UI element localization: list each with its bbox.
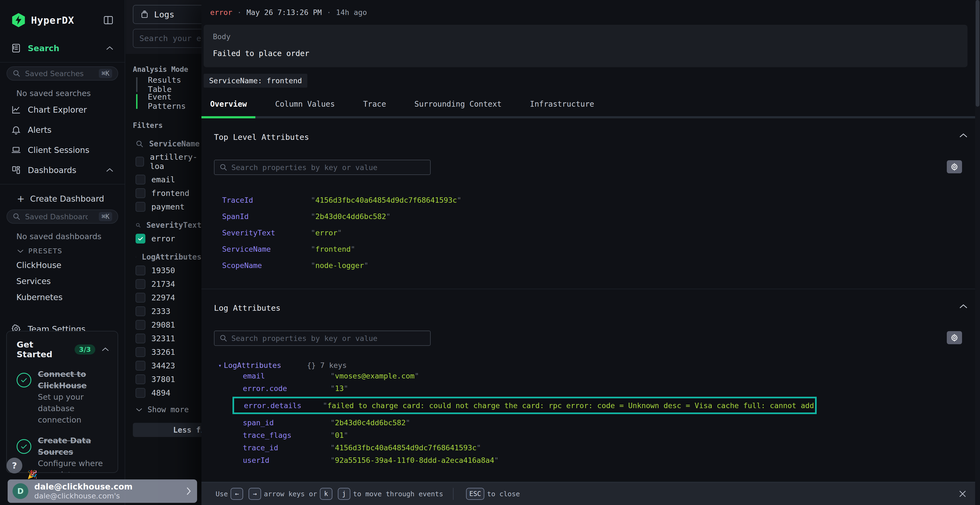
attribute-row[interactable]: ScopeNamenode-logger — [214, 257, 967, 273]
source-selector-button[interactable]: Logs — [133, 5, 202, 24]
service-name-chip[interactable]: ServiceName: frontend — [204, 74, 307, 87]
checkbox-unchecked[interactable] — [135, 175, 145, 184]
checkbox-unchecked[interactable] — [135, 279, 145, 289]
attribute-row[interactable]: emailvmoses@example.com — [214, 370, 967, 382]
tab-column-values[interactable]: Column Values — [275, 100, 335, 116]
property-search-box[interactable] — [214, 330, 431, 346]
filter-group-logattributes[interactable]: LogAttributes — [126, 245, 202, 264]
user-subtitle: dale@clickhouse.com's — [34, 492, 132, 500]
attribute-key: span_id — [243, 418, 331, 427]
filter-option[interactable]: 33261 — [126, 345, 202, 359]
close-panel-icon[interactable] — [958, 489, 967, 499]
attribute-row[interactable]: SeverityTexterror — [214, 224, 967, 241]
detail-tabs: Overview Column Values Trace Surrounding… — [202, 87, 980, 116]
checkbox-unchecked[interactable] — [135, 188, 145, 198]
attribute-row[interactable]: trace_id4156d3fbc40a64854d9dc7f68641593c — [214, 441, 967, 454]
avatar: D — [13, 483, 28, 499]
checkbox-checked[interactable] — [135, 234, 145, 243]
filter-group-servicename[interactable]: ServiceName — [126, 132, 202, 151]
filter-group-severitytext[interactable]: SeverityText — [126, 214, 202, 232]
filter-option[interactable]: payment — [126, 200, 202, 214]
sidebar-item-client-sessions[interactable]: Client Sessions — [0, 140, 125, 160]
filter-option[interactable]: 2333 — [126, 305, 202, 318]
show-more-button[interactable]: Show more — [126, 400, 202, 416]
preset-clickhouse[interactable]: ClickHouse — [0, 257, 125, 273]
collapse-sidebar-icon[interactable] — [103, 15, 114, 25]
sidebar-item-search[interactable]: Search — [0, 38, 125, 58]
checkbox-unchecked[interactable] — [135, 157, 144, 167]
filter-option[interactable]: 37801 — [126, 373, 202, 386]
saved-dashboards-input[interactable] — [25, 213, 88, 221]
attribute-row[interactable]: span_id2b43d0c4dd6bc582 — [214, 416, 967, 429]
mode-event-patterns[interactable]: Event Patterns — [126, 93, 202, 110]
checkbox-unchecked[interactable] — [135, 388, 145, 398]
tab-surrounding-context[interactable]: Surrounding Context — [414, 100, 501, 116]
collapse-section-icon[interactable] — [959, 303, 968, 310]
chevron-up-icon[interactable] — [106, 167, 114, 173]
create-dashboard-button[interactable]: + Create Dashboard — [0, 188, 125, 207]
hyperdx-logo-icon — [11, 13, 25, 27]
filter-option[interactable]: 19350 — [126, 264, 202, 277]
filter-option[interactable]: 32311 — [126, 332, 202, 345]
attribute-row[interactable]: userId92a55156-39a4-11f0-8ddd-a2eca416a8… — [214, 454, 967, 466]
checkbox-unchecked[interactable] — [135, 347, 145, 357]
scrollbar-thumb[interactable] — [976, 0, 980, 106]
logattributes-tree-root[interactable]: ▾ LogAttributes {} 7 keys — [214, 361, 967, 370]
checkbox-unchecked[interactable] — [135, 306, 145, 316]
get-started-step-sources[interactable]: Create Data Sources Configure where your… — [17, 435, 110, 473]
checkbox-unchecked[interactable] — [135, 333, 145, 343]
sidebar-item-chart-explorer[interactable]: Chart Explorer — [0, 100, 125, 120]
property-search-input[interactable] — [231, 334, 417, 343]
checkbox-unchecked[interactable] — [135, 375, 145, 384]
filter-option-error[interactable]: error — [126, 232, 202, 245]
event-search-input[interactable] — [139, 34, 202, 43]
get-started-step-connect[interactable]: Connect to ClickHouse Set up your databa… — [17, 368, 110, 426]
event-search-box[interactable] — [133, 29, 202, 48]
presets-toggle[interactable]: PRESETS — [0, 243, 125, 257]
scrollbar[interactable] — [975, 0, 980, 505]
preset-kubernetes[interactable]: Kubernetes — [0, 289, 125, 305]
check-circle-icon — [17, 439, 31, 454]
sidebar-item-alerts[interactable]: Alerts — [0, 120, 125, 140]
attribute-row[interactable]: trace_flags01 — [214, 429, 967, 441]
tab-infrastructure[interactable]: Infrastructure — [530, 100, 594, 116]
filter-option[interactable]: frontend — [126, 186, 202, 200]
chevron-up-icon[interactable] — [101, 347, 110, 352]
chevron-up-icon[interactable] — [106, 45, 114, 51]
checkbox-unchecked[interactable] — [135, 320, 145, 330]
checkbox-unchecked[interactable] — [135, 265, 145, 275]
checkbox-unchecked[interactable] — [135, 202, 145, 212]
attributes-settings-button[interactable] — [947, 331, 962, 344]
filter-option[interactable]: 34423 — [126, 359, 202, 373]
attribute-row[interactable]: TraceId4156d3fbc40a64854d9dc7f68641593c — [214, 192, 967, 208]
attribute-row-highlighted-error-details[interactable]: error.details failed to charge card: cou… — [232, 397, 817, 414]
section-top-level-attributes: Top Level Attributes TraceId4156d3fbc40a… — [202, 118, 980, 289]
attribute-row[interactable]: ServiceNamefrontend — [214, 241, 967, 257]
less-filters-button[interactable]: Less fil — [133, 423, 202, 437]
attributes-settings-button[interactable] — [947, 160, 962, 173]
mode-results-table[interactable]: Results Table — [126, 76, 202, 93]
saved-dashboards-search[interactable]: ⌘K — [6, 210, 118, 224]
saved-searches-input[interactable] — [25, 69, 88, 78]
checkbox-unchecked[interactable] — [135, 293, 145, 303]
preset-services[interactable]: Services — [0, 273, 125, 289]
property-search-input[interactable] — [231, 163, 417, 172]
filter-option[interactable]: artillery-loa — [126, 151, 202, 173]
filter-option[interactable]: email — [126, 173, 202, 186]
sidebar-item-dashboards[interactable]: Dashboards — [0, 160, 125, 180]
filter-option-label: 19350 — [151, 266, 175, 275]
tab-trace[interactable]: Trace — [363, 100, 386, 116]
collapse-section-icon[interactable] — [959, 132, 968, 138]
filter-option[interactable]: 21734 — [126, 277, 202, 291]
attribute-row[interactable]: SpanId2b43d0c4dd6bc582 — [214, 208, 967, 224]
checkbox-unchecked[interactable] — [135, 361, 145, 371]
property-search-box[interactable] — [214, 160, 431, 175]
filter-option[interactable]: 4894 — [126, 386, 202, 400]
tab-overview[interactable]: Overview — [210, 100, 247, 116]
filter-option[interactable]: 22974 — [126, 291, 202, 305]
user-menu[interactable]: D dale@clickhouse.com dale@clickhouse.co… — [8, 480, 197, 503]
filter-option[interactable]: 29081 — [126, 318, 202, 332]
saved-searches-search[interactable]: ⌘K — [6, 67, 118, 81]
help-button[interactable]: ? — [6, 458, 22, 473]
attribute-row[interactable]: error.code13 — [214, 382, 967, 395]
